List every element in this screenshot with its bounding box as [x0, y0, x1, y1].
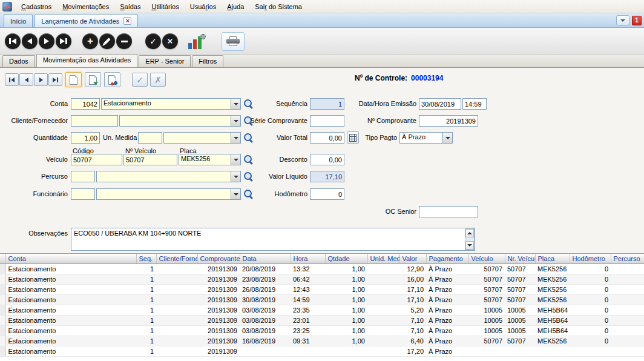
tab-inicio[interactable]: Início	[4, 14, 33, 27]
scroll-down-button[interactable]	[465, 241, 474, 250]
menu-saidas[interactable]: Saídas	[114, 1, 146, 12]
conta-combo-arrow-button[interactable]	[231, 99, 240, 109]
percurso-search-icon[interactable]	[243, 171, 254, 182]
confirm-button[interactable]: ✓	[145, 33, 161, 49]
edit-button[interactable]	[99, 33, 115, 49]
observacoes-scrollbar[interactable]	[465, 228, 475, 250]
grid-previous-button[interactable]	[19, 73, 33, 86]
next-record-button[interactable]	[39, 33, 54, 49]
funcionario-search-icon[interactable]	[243, 189, 254, 199]
un-medida-combo-arrow-button[interactable]	[231, 133, 240, 143]
table-row[interactable]: Estacionamento12019130926/08/201912:431,…	[0, 285, 644, 295]
table-row[interactable]: Estacionamento12019130903/08/201923:251,…	[0, 326, 644, 336]
hodometro-input[interactable]	[310, 188, 344, 200]
funcionario-combo[interactable]	[96, 188, 241, 200]
new-document-button[interactable]	[65, 72, 82, 87]
subtab-erp-senior[interactable]: ERP - Senior	[139, 55, 191, 67]
delete-button[interactable]	[116, 33, 132, 49]
tipo-pagto-combo-arrow-button[interactable]	[442, 133, 452, 143]
column-header-pagamento[interactable]: Pagamento	[426, 254, 468, 264]
notification-badge[interactable]: 1	[632, 16, 642, 25]
desconto-input[interactable]	[310, 154, 344, 165]
un-medida-search-icon[interactable]	[243, 133, 254, 143]
menu-utilitarios[interactable]: Utilitários	[146, 1, 184, 12]
conta-code-input[interactable]	[71, 98, 100, 110]
quantidade-input[interactable]	[71, 132, 100, 144]
find-document-button[interactable]	[104, 72, 120, 87]
table-row[interactable]: Estacionamento12019130930/08/201914:591,…	[0, 295, 644, 305]
menu-sair-do-sistema[interactable]: Sair do Sistema	[249, 1, 307, 12]
column-header-veiculo[interactable]: Veículo	[468, 254, 505, 264]
tab-lancamento-de-atividades[interactable]: Lançamento de Atividades×	[34, 14, 138, 27]
table-row[interactable]: Estacionamento12019130916/08/201909:311,…	[0, 336, 644, 346]
apply-button[interactable]: ✓	[132, 73, 148, 87]
oc-senior-input[interactable]	[419, 206, 478, 217]
previous-record-button[interactable]	[22, 33, 38, 49]
print-button[interactable]	[222, 32, 245, 51]
column-header-valor[interactable]: Valor	[399, 254, 426, 264]
table-row[interactable]: Estacionamento12019130903/08/201923:011,…	[0, 316, 644, 326]
cliente-combo[interactable]	[119, 115, 241, 127]
cliente-code-input[interactable]	[71, 115, 118, 127]
column-header-hora[interactable]: Hora	[291, 254, 325, 264]
funcionario-code-input[interactable]	[71, 188, 95, 200]
tab-list-button[interactable]	[616, 15, 629, 25]
subtab-movimentacao-das-atividades[interactable]: Movimentação das Atividades	[36, 54, 138, 67]
last-record-button[interactable]	[56, 33, 71, 49]
first-record-button[interactable]	[5, 33, 21, 49]
conta-combo[interactable]: Estacionamento	[101, 98, 241, 110]
menu-cadastros[interactable]: Cadastros	[16, 1, 57, 12]
column-header-nr-veiculo[interactable]: Nr. Veículo	[505, 254, 535, 264]
grid-first-button[interactable]	[5, 73, 19, 86]
subtab-dados[interactable]: Dados	[2, 55, 35, 67]
tab-close-button[interactable]: ×	[123, 17, 131, 25]
table-row[interactable]: Estacionamento12019130903/08/201923:351,…	[0, 305, 644, 316]
column-header-seq[interactable]: Seq.	[136, 254, 156, 264]
table-row[interactable]: Estacionamento12019130917,20À Prazo	[0, 346, 644, 357]
column-header-conta[interactable]: Conta	[5, 254, 136, 264]
add-button[interactable]: +	[82, 33, 98, 49]
un-medida-code-input[interactable]	[138, 132, 162, 144]
column-header-hodometro[interactable]: Hodômetro	[570, 254, 611, 264]
data-emissao-input[interactable]	[419, 98, 461, 110]
discard-button[interactable]: ✗	[150, 73, 166, 87]
veiculo-codigo-input[interactable]	[71, 154, 122, 165]
serie-comprovante-input[interactable]	[310, 115, 344, 127]
percurso-code-input[interactable]	[71, 171, 95, 182]
cliente-combo-arrow-button[interactable]	[231, 116, 240, 126]
column-header-cliente-fornecedor[interactable]: Cliente/Fornecedor	[156, 254, 197, 264]
scroll-up-button[interactable]	[465, 229, 474, 237]
percurso-combo[interactable]	[96, 171, 241, 182]
table-row[interactable]: Estacionamento12019130920/08/201913:321,…	[0, 264, 644, 274]
column-header-qtdade[interactable]: Qtdade	[325, 254, 367, 264]
column-header-data[interactable]: Data	[240, 254, 291, 264]
menu-usuarios[interactable]: Usuários	[185, 1, 222, 12]
column-header-placa[interactable]: Placa	[535, 254, 570, 264]
subtab-filtros[interactable]: Filtros	[192, 55, 223, 67]
veiculo-placa-combo[interactable]: MEK5256	[179, 154, 241, 165]
valor-total-input[interactable]	[310, 132, 344, 144]
un-medida-combo[interactable]	[163, 132, 241, 144]
grid-next-button[interactable]	[34, 73, 48, 86]
veiculo-numero-input[interactable]	[123, 154, 177, 165]
cancel-button[interactable]: ×	[162, 33, 178, 49]
column-header-percurso[interactable]: Percurso	[611, 254, 644, 264]
menu-ajuda[interactable]: Ajuda	[222, 1, 249, 12]
hora-emissao-input[interactable]	[462, 98, 487, 110]
copy-document-button[interactable]	[85, 72, 101, 87]
veiculo-search-icon[interactable]	[243, 154, 254, 165]
table-row[interactable]: Estacionamento12019130923/08/201906:421,…	[0, 274, 644, 285]
percurso-combo-arrow-button[interactable]	[231, 171, 240, 182]
grid-last-button[interactable]	[48, 73, 62, 86]
veiculo-placa-combo-arrow-button[interactable]	[231, 154, 240, 165]
observacoes-input[interactable]: ECO050 / UBERABA KM 104+900 NORTE	[71, 228, 475, 251]
calculator-button[interactable]	[347, 131, 359, 144]
column-header-unid-med[interactable]: Unid. Med.	[367, 254, 399, 264]
column-header-comprovante[interactable]: Comprovante	[197, 254, 240, 264]
chart-button[interactable]	[186, 33, 206, 50]
tipo-pagto-combo[interactable]: À Prazo	[399, 132, 453, 144]
funcionario-combo-arrow-button[interactable]	[231, 189, 240, 199]
n-comprovante-input[interactable]	[419, 115, 478, 127]
menu-movimentacoes[interactable]: Movimentações	[57, 1, 114, 12]
cell: Estacionamento	[5, 305, 136, 316]
